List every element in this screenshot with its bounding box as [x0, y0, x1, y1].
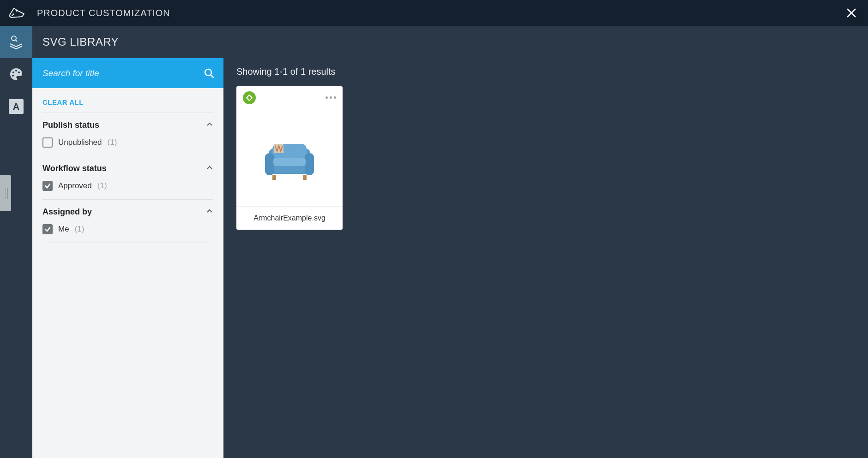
card-thumbnail [236, 109, 343, 206]
dots-icon [326, 96, 328, 99]
checkbox[interactable] [42, 181, 53, 191]
svg-rect-13 [303, 175, 307, 180]
palette-icon [9, 67, 24, 82]
results-summary: Showing 1-1 of 1 results [236, 58, 855, 86]
content-area: Showing 1-1 of 1 results [223, 26, 868, 458]
status-badge [243, 91, 256, 104]
filter-option-count: (1) [97, 181, 107, 190]
app-header: PRODUCT CUSTOMIZATION [0, 0, 868, 26]
filter-option-label: Approved [58, 181, 92, 190]
svg-rect-10 [305, 153, 314, 175]
rail-text[interactable]: A [0, 90, 32, 123]
panel-title: SVG LIBRARY [32, 26, 223, 58]
icon-rail: A [0, 26, 32, 458]
svg-point-4 [18, 71, 20, 73]
close-button[interactable] [844, 6, 859, 20]
chevron-up-icon [206, 208, 213, 217]
svg-point-3 [15, 70, 17, 71]
svg-point-1 [12, 36, 16, 41]
filter-option-me[interactable]: Me (1) [42, 222, 213, 236]
clear-all-button[interactable]: CLEAR ALL [42, 95, 213, 113]
search-input[interactable] [42, 68, 203, 78]
app-logo-icon [7, 4, 26, 22]
filter-option-count: (1) [75, 225, 84, 234]
filter-toggle-publish-status[interactable]: Publish status [42, 120, 213, 130]
card-more-button[interactable] [326, 96, 336, 99]
filter-title: Workflow status [42, 164, 107, 173]
filter-title: Publish status [42, 120, 99, 130]
search-icon[interactable] [203, 67, 215, 79]
panel-drag-handle[interactable] [0, 175, 11, 211]
filters-panel: SVG LIBRARY CLEAR ALL Publish status [32, 26, 223, 458]
layers-search-icon [8, 34, 24, 50]
close-icon [846, 7, 857, 18]
svg-point-0 [16, 10, 17, 11]
filter-title: Assigned by [42, 207, 92, 217]
svg-rect-12 [272, 175, 276, 180]
chevron-up-icon [206, 121, 213, 130]
rail-palette[interactable] [0, 58, 32, 90]
filter-option-unpublished[interactable]: Unpublished (1) [42, 136, 213, 149]
filter-option-label: Me [58, 225, 69, 234]
filter-group-assigned-by: Assigned by Me (1) [42, 199, 213, 243]
filter-option-label: Unpublished [58, 138, 102, 147]
rail-svg-library[interactable] [0, 26, 32, 58]
svg-point-2 [12, 71, 14, 73]
app-title: PRODUCT CUSTOMIZATION [37, 8, 170, 18]
text-icon: A [9, 99, 24, 114]
checkbox[interactable] [42, 224, 53, 234]
filter-option-approved[interactable]: Approved (1) [42, 179, 213, 193]
svg-rect-9 [265, 153, 274, 175]
diamond-icon [246, 95, 253, 101]
filter-toggle-assigned-by[interactable]: Assigned by [42, 207, 213, 217]
result-card[interactable]: ArmchairExample.svg [236, 86, 343, 230]
filter-group-publish-status: Publish status Unpublished (1) [42, 113, 213, 156]
checkbox[interactable] [42, 137, 53, 148]
content-divider [236, 34, 855, 58]
svg-point-5 [12, 75, 14, 77]
filter-toggle-workflow-status[interactable]: Workflow status [42, 164, 213, 173]
svg-rect-11 [273, 158, 306, 166]
cards-grid: ArmchairExample.svg [236, 86, 855, 230]
search-bar [32, 58, 223, 88]
filter-option-count: (1) [108, 138, 117, 147]
card-filename: ArmchairExample.svg [236, 206, 343, 230]
chevron-up-icon [206, 164, 213, 173]
filter-group-workflow-status: Workflow status Approved (1) [42, 156, 213, 199]
